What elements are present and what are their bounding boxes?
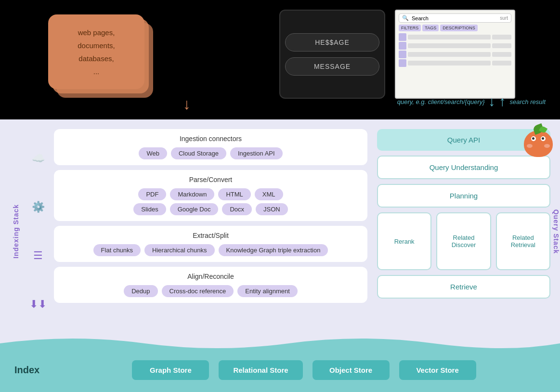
- rerank-box[interactable]: Rerank: [377, 212, 431, 270]
- tag-pdf: PDF: [138, 188, 166, 200]
- tag-google-doc: Google Doc: [170, 203, 219, 215]
- indexing-stack-label: Indexing Stack: [12, 204, 20, 259]
- ui-search-bar: 🔍 Search surt: [399, 13, 511, 23]
- rerank-label: Rerank: [394, 238, 415, 245]
- tag-dedup: Dedup: [124, 285, 157, 297]
- vector-store-btn[interactable]: Vector Store: [399, 360, 476, 380]
- parse-title: Parse/Convert: [62, 176, 360, 183]
- ui-rows: [399, 33, 511, 67]
- mascot-face: [531, 136, 546, 141]
- stack-icons: ☁️ ⚙️ ☰ ⬇⬇: [27, 129, 49, 334]
- panel-extract: Extract/Split Flat chunks Hierarchical c…: [54, 226, 367, 262]
- ui-row-bar-4: [408, 61, 491, 65]
- arrow-up-result: ↑: [499, 94, 506, 109]
- mascot-body: [524, 131, 553, 157]
- planning-panel[interactable]: Planning: [377, 184, 550, 208]
- ui-row-2: [399, 42, 511, 50]
- ingestion-title: Ingestion connectors: [62, 135, 360, 143]
- tag-ingestion-api: Ingestion API: [230, 147, 283, 159]
- ui-row-bar-3b: [492, 52, 511, 57]
- ingestion-tags: Web Cloud Storage Ingestion API: [62, 147, 360, 159]
- tag-entity-alignment: Entity alignment: [237, 285, 298, 297]
- panel-ingestion: Ingestion connectors Web Cloud Storage I…: [54, 129, 367, 165]
- tag-slides: Slides: [133, 203, 166, 215]
- graph-store-label: Graph Store: [150, 366, 192, 374]
- tag-hierarchical-chunks: Hierarchical chunks: [144, 244, 214, 256]
- ui-row-4: [399, 59, 511, 67]
- card-front: web pages,documents,databases,...: [48, 14, 144, 89]
- retrieve-label: Retrieve: [450, 283, 477, 291]
- mascot-cheek-left: [527, 144, 533, 148]
- ui-row-bar-2b: [492, 43, 511, 48]
- ui-row-icon-4: [399, 59, 406, 67]
- query-api-label: Query API: [447, 136, 480, 144]
- mascot-cheek-right: [544, 144, 550, 148]
- indexing-panels: Ingestion connectors Web Cloud Storage I…: [54, 129, 367, 334]
- query-understanding-label: Query Understanding: [430, 163, 498, 171]
- arrow-down-from-cards: ↓: [183, 95, 191, 113]
- extract-title: Extract/Split: [62, 232, 360, 239]
- cloud-icon: ☁️: [32, 152, 45, 165]
- ui-row-bar-1: [408, 35, 491, 39]
- result-label: search result: [510, 98, 546, 105]
- graph-store-btn[interactable]: Graph Store: [132, 360, 209, 380]
- ui-row-1: [399, 33, 511, 41]
- split-icon: ☰: [33, 249, 43, 262]
- mascot: [521, 127, 555, 160]
- search-icon: 🔍: [402, 15, 409, 21]
- tag-xml: XML: [255, 188, 283, 200]
- relational-store-btn[interactable]: Relational Store: [219, 360, 302, 380]
- chat-bubble-1: HE$$AGE: [285, 33, 379, 52]
- related-discover-box[interactable]: RelatedDiscover: [436, 212, 491, 270]
- ui-row-icon-3: [399, 51, 406, 58]
- query-stack-label: Query Stack: [552, 209, 560, 254]
- ui-row-bar-4b: [492, 61, 511, 65]
- object-store-btn[interactable]: Object Store: [313, 360, 390, 380]
- ui-tabs: FILTERS TAGS DESCRIPTIONS: [399, 25, 511, 31]
- relational-store-label: Relational Store: [233, 366, 288, 374]
- ui-row-3: [399, 51, 511, 58]
- ui-row-bar-1b: [492, 35, 511, 39]
- panel-align: Align/Reconcile Dedup Cross-doc referenc…: [54, 267, 367, 303]
- bottom-section: Indexing Stack ☁️ ⚙️ ☰ ⬇⬇ Ingestion conn…: [0, 119, 560, 392]
- query-label: query, e.g. client/search/{query}: [397, 98, 485, 105]
- indexing-label-area: Indexing Stack: [10, 129, 22, 334]
- tag-cloud-storage: Cloud Storage: [171, 147, 226, 159]
- mascot-eye-right: [541, 136, 546, 141]
- chat-bubble-2: MESSAGE: [285, 57, 379, 76]
- extract-tags: Flat chunks Hierarchical chunks Knowledg…: [62, 244, 360, 256]
- index-label: Index: [14, 365, 43, 376]
- card-text: web pages,documents,databases,...: [78, 26, 115, 78]
- parse-tags-row2: Slides Google Doc Docx JSON: [62, 203, 360, 215]
- chat-mock: HE$$AGE MESSAGE: [279, 10, 385, 99]
- vector-store-label: Vector Store: [416, 366, 458, 374]
- retrieve-panel[interactable]: Retrieve: [377, 275, 550, 299]
- index-section: Index Graph Store Relational Store Objec…: [0, 334, 560, 392]
- query-area: query, e.g. client/search/{query} ↓ ↑ se…: [295, 94, 560, 109]
- top-section: web pages,documents,databases,... ↓ HE$$…: [0, 0, 560, 119]
- tag-html: HTML: [218, 188, 250, 200]
- ui-tab-tags: TAGS: [422, 25, 439, 31]
- store-buttons: Graph Store Relational Store Object Stor…: [63, 360, 546, 380]
- align-tags: Dedup Cross-doc reference Entity alignme…: [62, 285, 360, 297]
- related-discover-label: RelatedDiscover: [452, 234, 476, 248]
- related-retrieval-label: RelatedRetrieval: [511, 234, 535, 248]
- tag-docx: Docx: [222, 203, 252, 215]
- tag-markdown: Markdown: [170, 188, 214, 200]
- panel-parse: Parse/Convert PDF Markdown HTML XML Slid…: [54, 170, 367, 221]
- ui-search-suffix: surt: [500, 15, 508, 21]
- ui-tab-desc: DESCRIPTIONS: [440, 25, 478, 31]
- ui-row-bar-2: [408, 43, 491, 48]
- ui-row-bar-3: [408, 52, 491, 57]
- tag-json: JSON: [256, 203, 288, 215]
- parse-icon: ⚙️: [32, 201, 45, 213]
- tag-flat-chunks: Flat chunks: [93, 244, 141, 256]
- ui-search-label: Search: [412, 15, 497, 21]
- align-icon: ⬇⬇: [29, 298, 47, 311]
- arrow-down-query: ↓: [489, 94, 495, 109]
- ui-row-icon-1: [399, 33, 406, 41]
- related-retrieval-box[interactable]: RelatedRetrieval: [496, 212, 550, 270]
- align-title: Align/Reconcile: [62, 273, 360, 280]
- indexing-stack: Indexing Stack ☁️ ⚙️ ☰ ⬇⬇ Ingestion conn…: [10, 129, 367, 334]
- wave-top-svg: [0, 334, 560, 353]
